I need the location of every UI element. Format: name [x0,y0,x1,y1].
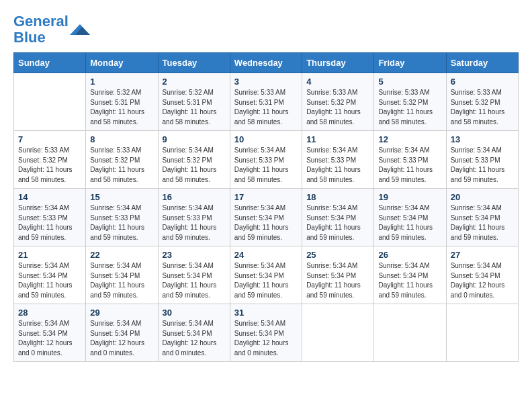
calendar-cell [14,73,86,131]
calendar-cell: 12Sunrise: 5:34 AM Sunset: 5:33 PM Dayli… [374,131,446,189]
day-number: 15 [90,192,153,202]
day-info: Sunrise: 5:33 AM Sunset: 5:32 PM Dayligh… [90,146,153,185]
calendar-header-row: SundayMondayTuesdayWednesdayThursdayFrid… [14,53,519,73]
day-number: 4 [306,77,369,87]
day-header: Wednesday [230,53,302,73]
calendar-cell: 14Sunrise: 5:34 AM Sunset: 5:33 PM Dayli… [14,189,86,246]
calendar-cell: 7Sunrise: 5:33 AM Sunset: 5:32 PM Daylig… [14,131,86,189]
day-number: 28 [18,308,81,318]
calendar-cell [374,304,446,362]
day-info: Sunrise: 5:34 AM Sunset: 5:34 PM Dayligh… [451,203,514,242]
day-number: 30 [163,308,226,318]
day-info: Sunrise: 5:33 AM Sunset: 5:32 PM Dayligh… [306,88,369,127]
calendar-cell: 3Sunrise: 5:33 AM Sunset: 5:31 PM Daylig… [230,73,302,131]
day-number: 26 [378,250,441,260]
day-number: 2 [163,77,226,87]
calendar-cell: 23Sunrise: 5:34 AM Sunset: 5:34 PM Dayli… [158,246,230,304]
day-number: 7 [18,134,81,144]
day-info: Sunrise: 5:34 AM Sunset: 5:34 PM Dayligh… [163,261,226,300]
day-number: 19 [378,192,441,202]
day-number: 25 [306,250,369,260]
calendar-cell: 27Sunrise: 5:34 AM Sunset: 5:34 PM Dayli… [446,246,518,304]
day-number: 3 [234,77,298,87]
day-number: 24 [234,250,298,260]
day-info: Sunrise: 5:34 AM Sunset: 5:34 PM Dayligh… [90,261,153,300]
day-number: 31 [234,308,298,318]
day-info: Sunrise: 5:34 AM Sunset: 5:32 PM Dayligh… [163,146,226,185]
day-info: Sunrise: 5:34 AM Sunset: 5:34 PM Dayligh… [306,203,369,242]
day-info: Sunrise: 5:34 AM Sunset: 5:34 PM Dayligh… [18,319,81,358]
calendar-cell: 25Sunrise: 5:34 AM Sunset: 5:34 PM Dayli… [302,246,374,304]
day-number: 5 [378,77,441,87]
calendar-week-row: 14Sunrise: 5:34 AM Sunset: 5:33 PM Dayli… [14,189,519,246]
day-number: 13 [451,134,514,144]
calendar-cell: 8Sunrise: 5:33 AM Sunset: 5:32 PM Daylig… [86,131,158,189]
day-info: Sunrise: 5:33 AM Sunset: 5:32 PM Dayligh… [451,88,514,127]
day-number: 6 [451,77,514,87]
day-number: 29 [90,308,153,318]
day-number: 21 [18,250,81,260]
calendar-cell: 4Sunrise: 5:33 AM Sunset: 5:32 PM Daylig… [302,73,374,131]
day-info: Sunrise: 5:34 AM Sunset: 5:34 PM Dayligh… [378,261,441,300]
day-number: 17 [234,192,298,202]
day-number: 23 [163,250,226,260]
calendar-week-row: 28Sunrise: 5:34 AM Sunset: 5:34 PM Dayli… [14,304,519,362]
day-info: Sunrise: 5:34 AM Sunset: 5:33 PM Dayligh… [451,146,514,185]
day-header: Monday [86,53,158,73]
calendar-cell: 24Sunrise: 5:34 AM Sunset: 5:34 PM Dayli… [230,246,302,304]
calendar-cell: 11Sunrise: 5:34 AM Sunset: 5:33 PM Dayli… [302,131,374,189]
calendar-cell: 15Sunrise: 5:34 AM Sunset: 5:33 PM Dayli… [86,189,158,246]
day-number: 16 [163,192,226,202]
calendar-body: 1Sunrise: 5:32 AM Sunset: 5:31 PM Daylig… [14,73,519,362]
day-info: Sunrise: 5:34 AM Sunset: 5:34 PM Dayligh… [234,261,298,300]
day-number: 11 [306,134,369,144]
day-number: 12 [378,134,441,144]
calendar-cell: 17Sunrise: 5:34 AM Sunset: 5:34 PM Dayli… [230,189,302,246]
day-number: 20 [451,192,514,202]
calendar-cell: 20Sunrise: 5:34 AM Sunset: 5:34 PM Dayli… [446,189,518,246]
calendar-cell: 30Sunrise: 5:34 AM Sunset: 5:34 PM Dayli… [158,304,230,362]
calendar-cell: 6Sunrise: 5:33 AM Sunset: 5:32 PM Daylig… [446,73,518,131]
day-number: 14 [18,192,81,202]
calendar-week-row: 1Sunrise: 5:32 AM Sunset: 5:31 PM Daylig… [14,73,519,131]
day-header: Thursday [302,53,374,73]
calendar-table: SundayMondayTuesdayWednesdayThursdayFrid… [13,52,519,362]
day-info: Sunrise: 5:34 AM Sunset: 5:34 PM Dayligh… [378,203,441,242]
day-info: Sunrise: 5:34 AM Sunset: 5:34 PM Dayligh… [451,261,514,300]
day-info: Sunrise: 5:32 AM Sunset: 5:31 PM Dayligh… [90,88,153,127]
calendar-week-row: 21Sunrise: 5:34 AM Sunset: 5:34 PM Dayli… [14,246,519,304]
day-info: Sunrise: 5:33 AM Sunset: 5:32 PM Dayligh… [18,146,81,185]
logo-text: GeneralBlue [13,13,69,46]
calendar-cell: 26Sunrise: 5:34 AM Sunset: 5:34 PM Dayli… [374,246,446,304]
day-info: Sunrise: 5:34 AM Sunset: 5:34 PM Dayligh… [90,319,153,358]
calendar-cell: 10Sunrise: 5:34 AM Sunset: 5:33 PM Dayli… [230,131,302,189]
day-info: Sunrise: 5:34 AM Sunset: 5:34 PM Dayligh… [306,261,369,300]
day-info: Sunrise: 5:34 AM Sunset: 5:33 PM Dayligh… [378,146,441,185]
day-number: 8 [90,134,153,144]
day-number: 9 [163,134,226,144]
calendar-cell: 21Sunrise: 5:34 AM Sunset: 5:34 PM Dayli… [14,246,86,304]
calendar-cell: 31Sunrise: 5:34 AM Sunset: 5:34 PM Dayli… [230,304,302,362]
day-header: Sunday [14,53,86,73]
day-info: Sunrise: 5:34 AM Sunset: 5:34 PM Dayligh… [18,261,81,300]
calendar-week-row: 7Sunrise: 5:33 AM Sunset: 5:32 PM Daylig… [14,131,519,189]
day-number: 22 [90,250,153,260]
day-info: Sunrise: 5:34 AM Sunset: 5:33 PM Dayligh… [18,203,81,242]
calendar-cell: 29Sunrise: 5:34 AM Sunset: 5:34 PM Dayli… [86,304,158,362]
day-info: Sunrise: 5:34 AM Sunset: 5:34 PM Dayligh… [163,319,226,358]
day-info: Sunrise: 5:34 AM Sunset: 5:33 PM Dayligh… [163,203,226,242]
calendar-cell: 9Sunrise: 5:34 AM Sunset: 5:32 PM Daylig… [158,131,230,189]
day-info: Sunrise: 5:33 AM Sunset: 5:31 PM Dayligh… [234,88,298,127]
calendar-cell: 16Sunrise: 5:34 AM Sunset: 5:33 PM Dayli… [158,189,230,246]
calendar-cell [302,304,374,362]
day-info: Sunrise: 5:34 AM Sunset: 5:33 PM Dayligh… [306,146,369,185]
day-info: Sunrise: 5:34 AM Sunset: 5:34 PM Dayligh… [234,203,298,242]
day-header: Saturday [446,53,518,73]
logo-icon [70,21,90,38]
calendar-cell [446,304,518,362]
calendar-cell: 1Sunrise: 5:32 AM Sunset: 5:31 PM Daylig… [86,73,158,131]
calendar-cell: 28Sunrise: 5:34 AM Sunset: 5:34 PM Dayli… [14,304,86,362]
calendar-cell: 19Sunrise: 5:34 AM Sunset: 5:34 PM Dayli… [374,189,446,246]
day-number: 27 [451,250,514,260]
day-number: 1 [90,77,153,87]
